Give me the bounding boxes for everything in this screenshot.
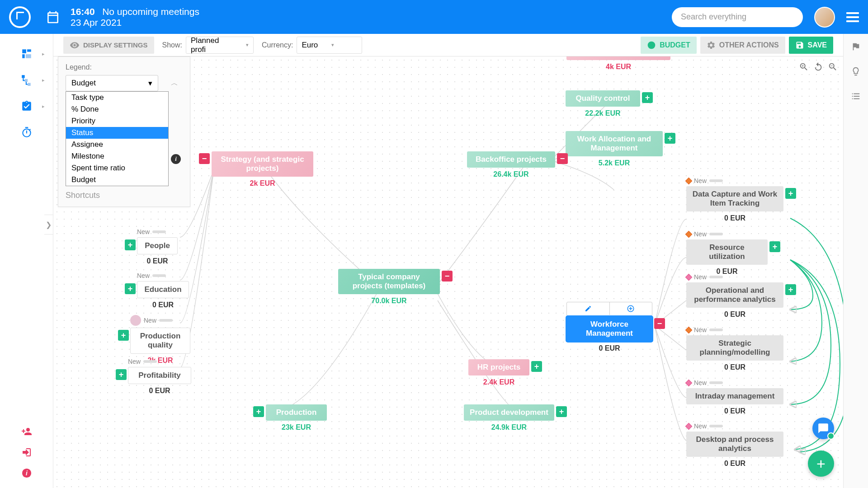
chat-fab[interactable] [812,418,834,439]
top-header: 16:40 No upcoming meetings 23 Apr 2021 [0,0,868,34]
shortcuts-label[interactable]: Shortcuts [66,191,183,200]
budget-button[interactable]: BUDGET [641,37,697,54]
caret-down-icon: ▾ [246,42,249,48]
zoom-in-icon[interactable] [798,61,810,73]
legend-option[interactable]: % Done [66,103,168,115]
flag-icon[interactable] [844,34,868,59]
caret-down-icon: ▾ [331,42,334,48]
node-label: Production [276,408,317,417]
node-value: 0 EUR [128,387,191,395]
node-value: 0 EUR [686,214,783,222]
node-value: 70.0k EUR [338,297,440,305]
node-product-development[interactable]: Product development 24.9k EUR [464,404,554,432]
expand-icon[interactable] [253,406,264,417]
node-backoffice[interactable]: Backoffice projects 26.4k EUR [467,151,555,178]
search-input[interactable] [681,12,794,22]
collapse-icon[interactable] [199,153,210,164]
node-production[interactable]: Production 23k EUR [266,404,327,432]
hamburger-menu-icon[interactable] [846,12,859,22]
status-label: New [694,230,707,238]
sidebar-add-user[interactable] [0,421,53,442]
header-info: 16:40 No upcoming meetings 23 Apr 2021 [71,6,199,28]
node-production-quality[interactable]: New Production quality 2k EUR [112,315,190,365]
sidebar-logout[interactable] [0,442,53,463]
node-value: 5.2k EUR [566,159,663,167]
node-value: 2k EUR [212,179,313,188]
legend-select[interactable]: Budget ▾ [66,75,158,91]
add-fab[interactable]: + [808,450,834,477]
currency-select[interactable]: Euro ▾ [297,37,362,54]
legend-option[interactable]: Assignee [66,139,168,150]
sidebar-hierarchy[interactable]: ▸ [0,67,53,93]
legend-option[interactable]: Milestone [66,150,168,162]
other-actions-button[interactable]: OTHER ACTIONS [700,37,785,54]
node-partial-top[interactable]: 4k EUR [566,56,670,71]
bulb-icon[interactable] [844,59,868,84]
expand-icon[interactable] [785,284,796,295]
node-workforce-management[interactable]: Workforce Management 0 EUR [566,316,652,352]
expand-icon[interactable] [665,133,675,144]
node-hr-projects[interactable]: HR projects 2.4k EUR [468,359,529,386]
search-box[interactable] [672,7,803,27]
expand-icon[interactable] [785,188,796,199]
calendar-icon[interactable] [44,9,61,26]
show-select[interactable]: Planned profi ▾ [186,37,254,54]
node-strategic-planning[interactable]: New Strategic planning/modelling 0 EUR [686,326,783,371]
sidebar-dashboard[interactable]: ▸ [0,41,53,67]
legend-option[interactable]: Budget [66,174,168,186]
add-icon[interactable] [610,302,652,315]
node-work-allocation[interactable]: Work Allocation and Management 5.2k EUR [566,131,663,167]
status-label: New [694,177,707,184]
expand-icon[interactable] [769,241,780,252]
node-operational-analytics[interactable]: New Operational and performance analytic… [686,273,783,319]
display-settings-button[interactable]: DISPLAY SETTINGS [63,37,154,54]
sidebar-tasks[interactable]: ▸ [0,93,53,119]
logo-icon[interactable] [9,6,31,28]
collapse-icon[interactable] [654,318,665,329]
sidebar-expand-button[interactable]: ❯ [44,215,53,235]
checklist-icon[interactable] [844,84,868,108]
legend-option[interactable]: Priority [66,115,168,127]
user-avatar[interactable] [814,7,835,28]
legend-option[interactable]: Task type [66,92,168,103]
node-action-bar [566,302,652,315]
node-value: 0 EUR [137,301,189,309]
node-profitability[interactable]: New Profitability 0 EUR [128,358,191,395]
chevron-up-icon[interactable]: ︿ [166,75,183,91]
node-value: 2.4k EUR [468,378,529,386]
expand-icon[interactable] [125,283,136,294]
sidebar-timer[interactable] [0,119,53,145]
zoom-out-icon[interactable] [827,61,839,73]
expand-icon[interactable] [118,330,129,341]
legend-option[interactable]: Spent time ratio [66,162,168,174]
zoom-fit-icon[interactable] [812,61,824,73]
node-desktop-analytics[interactable]: New Desktop and process analytics 0 EUR [686,422,783,468]
node-center-root[interactable]: Typical company projects (templates) 70.… [338,269,440,305]
expand-icon[interactable] [125,239,136,250]
node-label: Strategic planning/modelling [692,339,778,357]
node-data-capture[interactable]: New Data Capture and Work Item Tracking … [686,177,783,222]
sidebar-info[interactable]: i [0,463,53,483]
legend-option[interactable]: Status [66,127,168,139]
node-label: Product development [470,408,548,417]
expand-icon[interactable] [556,406,567,417]
expand-icon[interactable] [642,92,653,103]
other-actions-label: OTHER ACTIONS [719,41,779,49]
node-quality-control[interactable]: Quality control 22.2k EUR [566,90,640,117]
save-button[interactable]: SAVE [789,37,833,54]
edit-icon[interactable] [567,302,610,315]
node-resource-utilization[interactable]: New Resource utilization 0 EUR [686,230,768,276]
svg-rect-5 [24,79,28,82]
diamond-icon [685,326,693,333]
collapse-icon[interactable] [442,271,453,282]
node-label: HR projects [477,363,520,372]
collapse-icon[interactable] [557,153,568,164]
expand-icon[interactable] [116,369,127,380]
expand-icon[interactable] [531,361,542,372]
node-people[interactable]: New People 0 EUR [137,228,178,265]
node-value: 23k EUR [266,423,327,432]
node-intraday-management[interactable]: New Intraday management 0 EUR [686,379,783,415]
node-strategy[interactable]: Strategy (and strategic projects) 2k EUR [212,151,313,188]
node-education[interactable]: New Education 0 EUR [137,272,189,309]
info-icon[interactable]: i [171,154,181,164]
